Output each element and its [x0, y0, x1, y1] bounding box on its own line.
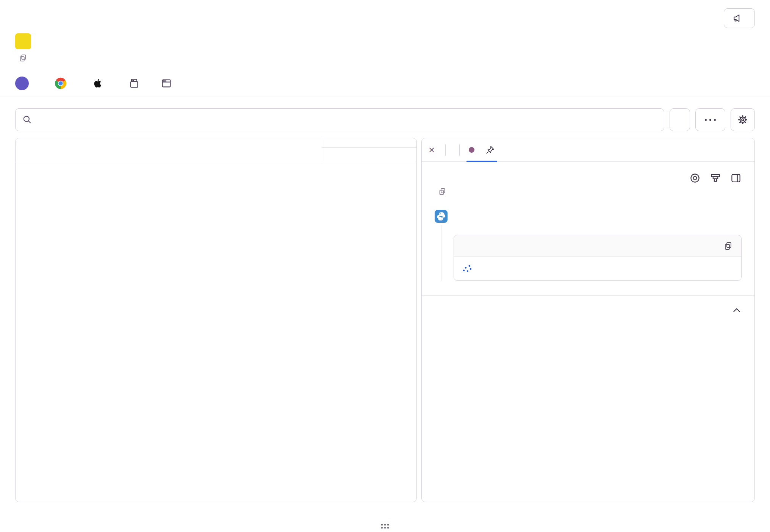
chevron-up-icon[interactable] [732, 305, 742, 315]
pin-tab-button[interactable] [485, 145, 495, 155]
resize-footer-bar[interactable] [0, 520, 770, 532]
gear-icon [737, 114, 748, 125]
trace-meta-row [15, 70, 755, 97]
divider [445, 144, 446, 156]
copy-icon[interactable] [438, 188, 446, 196]
ellipsis-icon [705, 119, 716, 121]
ops-breakdown-legend [16, 138, 322, 162]
drawer-close-button[interactable]: × [429, 144, 438, 156]
divider [0, 97, 770, 97]
browser-meta [55, 77, 75, 89]
focus-span-icon[interactable] [689, 172, 701, 184]
more-options-button[interactable] [695, 108, 725, 131]
device-meta [129, 78, 144, 89]
window-icon [161, 78, 172, 89]
divider [422, 295, 754, 296]
trace-waterfall-panel [15, 138, 417, 502]
tab-span-details[interactable] [466, 138, 497, 162]
device-icon [129, 78, 139, 89]
settings-button[interactable] [731, 108, 755, 131]
trace-id [15, 54, 42, 62]
span-id [435, 188, 742, 196]
waterfall-time-axis [322, 138, 416, 162]
span-detail-drawer: × [421, 138, 755, 502]
trace-view-page: × [0, 0, 770, 532]
chrome-icon [55, 77, 67, 89]
divider [459, 144, 460, 156]
apple-icon [92, 78, 103, 89]
close-icon: × [429, 144, 435, 156]
javascript-platform-badge [15, 33, 31, 49]
environment-meta [161, 78, 176, 89]
python-icon [435, 210, 448, 223]
give-feedback-button[interactable] [724, 8, 755, 28]
flamegraph-icon[interactable] [710, 172, 721, 184]
search-bar[interactable] [15, 108, 664, 131]
megaphone-icon [732, 13, 742, 23]
span-description-card [454, 235, 742, 281]
copy-icon[interactable] [19, 54, 27, 62]
samples-scatter-icon [462, 264, 472, 274]
drag-handle-icon [381, 524, 389, 529]
search-icon [22, 115, 32, 125]
span-duration [454, 225, 742, 235]
avatar [15, 77, 29, 90]
search-input[interactable] [37, 114, 657, 125]
os-meta [92, 78, 111, 89]
split-view-icon[interactable] [730, 172, 742, 184]
span-op-dot [469, 147, 474, 153]
copy-icon[interactable] [724, 241, 733, 250]
reset-zoom-button[interactable] [670, 108, 690, 131]
user-meta[interactable] [15, 77, 37, 90]
